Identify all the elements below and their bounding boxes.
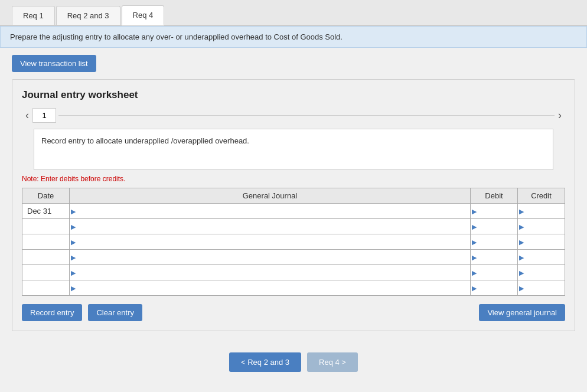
entry-description-text: Record entry to allocate underapplied /o… [41,136,249,145]
journal-input[interactable] [70,250,470,264]
nav-row: ‹ › [22,108,565,123]
bottom-next-button: Req 4 > [307,352,358,372]
date-cell: Dec 31 [22,204,70,219]
table-row: ▶▶▶ [22,219,565,234]
journal-input[interactable] [70,280,470,295]
clear-entry-button[interactable]: Clear entry [88,304,142,321]
tab-req4[interactable]: Req 4 [122,5,165,25]
journal-cell: ▶ [70,204,471,219]
entry-description-box: Record entry to allocate underapplied /o… [34,129,553,170]
view-general-journal-button[interactable]: View general journal [479,304,565,321]
worksheet-title: Journal entry worksheet [22,89,565,101]
credit-input[interactable] [518,265,565,280]
col-header-date: Date [22,188,70,204]
view-transaction-area: View transaction list [12,55,96,72]
journal-input[interactable] [70,219,470,234]
date-cell [22,265,70,280]
credit-cell: ▶ [518,219,565,234]
table-row: ▶▶▶ [22,280,565,296]
nav-next-button[interactable]: › [555,108,565,123]
debit-input[interactable] [471,265,517,280]
info-bar-text: Prepare the adjusting entry to allocate … [10,32,343,41]
debit-cell: ▶ [471,234,518,250]
credit-input[interactable] [518,250,565,264]
debit-input[interactable] [471,204,517,218]
debit-cell: ▶ [471,280,518,296]
journal-cell: ▶ [70,219,471,234]
table-row: ▶▶▶ [22,265,565,280]
credit-input[interactable] [518,219,565,234]
tabs-bar: Req 1 Req 2 and 3 Req 4 [0,0,587,26]
date-cell [22,219,70,234]
date-cell [22,250,70,265]
date-cell [22,280,70,296]
credit-input[interactable] [518,280,565,295]
worksheet-container: Journal entry worksheet ‹ › Record entry… [12,79,575,331]
nav-page-input[interactable] [32,108,56,123]
debit-input[interactable] [471,280,517,295]
nav-line [58,115,555,116]
tab-req1[interactable]: Req 1 [12,6,55,25]
debit-cell: ▶ [471,204,518,219]
journal-input[interactable] [70,234,470,249]
journal-input[interactable] [70,204,470,218]
date-cell [22,234,70,250]
record-entry-button[interactable]: Record entry [22,304,82,321]
note-text: Note: Enter debits before credits. [22,175,565,183]
journal-table: Date General Journal Debit Credit Dec 31… [22,188,565,296]
credit-cell: ▶ [518,204,565,219]
credit-cell: ▶ [518,234,565,250]
debit-cell: ▶ [471,219,518,234]
debit-input[interactable] [471,234,517,249]
table-row: ▶▶▶ [22,234,565,250]
table-row: Dec 31▶▶▶ [22,204,565,219]
debit-cell: ▶ [471,265,518,280]
col-header-journal: General Journal [70,188,471,204]
col-header-credit: Credit [518,188,565,204]
journal-cell: ▶ [70,250,471,265]
debit-cell: ▶ [471,250,518,265]
credit-input[interactable] [518,204,565,218]
table-row: ▶▶▶ [22,250,565,265]
journal-cell: ▶ [70,265,471,280]
info-bar: Prepare the adjusting entry to allocate … [0,26,587,48]
debit-input[interactable] [471,250,517,264]
journal-cell: ▶ [70,234,471,250]
bottom-nav: < Req 2 and 3 Req 4 > [0,343,587,381]
credit-input[interactable] [518,234,565,249]
journal-input[interactable] [70,265,470,280]
bottom-prev-button[interactable]: < Req 2 and 3 [229,352,301,372]
tab-req2and3[interactable]: Req 2 and 3 [56,6,120,25]
credit-cell: ▶ [518,250,565,265]
credit-cell: ▶ [518,265,565,280]
journal-cell: ▶ [70,280,471,296]
view-transaction-button[interactable]: View transaction list [12,55,96,72]
col-header-debit: Debit [471,188,518,204]
nav-prev-button[interactable]: ‹ [22,108,32,123]
credit-cell: ▶ [518,280,565,296]
debit-input[interactable] [471,219,517,234]
bottom-buttons: Record entry Clear entry View general jo… [22,304,565,321]
